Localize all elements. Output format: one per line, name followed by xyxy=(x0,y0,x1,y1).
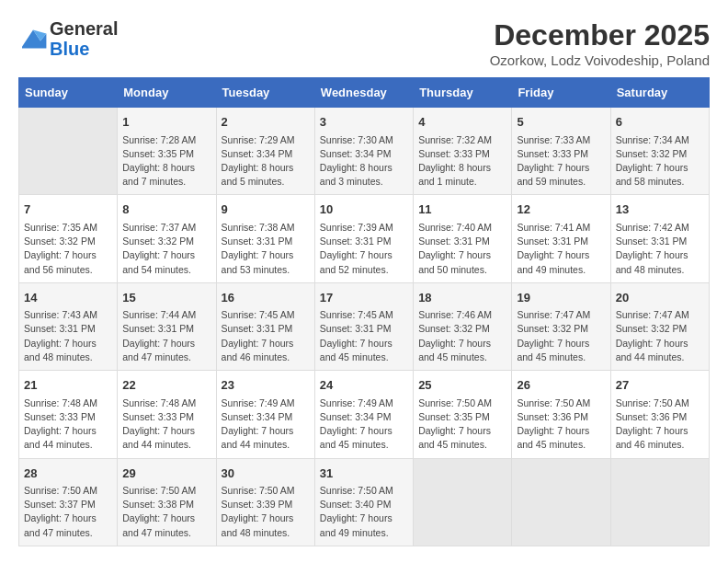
day-info: Sunrise: 7:49 AM Sunset: 3:34 PM Dayligh… xyxy=(222,396,310,453)
day-info: Sunrise: 7:47 AM Sunset: 3:32 PM Dayligh… xyxy=(616,308,704,364)
logo-general-text: General xyxy=(50,18,118,39)
calendar-cell: 24Sunrise: 7:49 AM Sunset: 3:34 PM Dayli… xyxy=(314,371,413,458)
day-number: 23 xyxy=(222,376,310,395)
calendar-cell: 14Sunrise: 7:43 AM Sunset: 3:31 PM Dayli… xyxy=(19,282,118,370)
day-info: Sunrise: 7:41 AM Sunset: 3:31 PM Dayligh… xyxy=(517,221,605,277)
calendar-cell: 20Sunrise: 7:47 AM Sunset: 3:32 PM Dayli… xyxy=(610,282,709,370)
day-info: Sunrise: 7:30 AM Sunset: 3:34 PM Dayligh… xyxy=(320,133,408,190)
day-info: Sunrise: 7:29 AM Sunset: 3:34 PM Dayligh… xyxy=(222,133,310,190)
calendar-cell: 3Sunrise: 7:30 AM Sunset: 3:34 PM Daylig… xyxy=(314,108,413,195)
day-number: 6 xyxy=(616,113,704,132)
calendar-cell: 1Sunrise: 7:28 AM Sunset: 3:35 PM Daylig… xyxy=(118,108,216,195)
calendar-cell: 27Sunrise: 7:50 AM Sunset: 3:36 PM Dayli… xyxy=(610,371,709,458)
day-number: 31 xyxy=(320,465,408,483)
calendar-cell: 25Sunrise: 7:50 AM Sunset: 3:35 PM Dayli… xyxy=(414,371,512,458)
header-friday: Friday xyxy=(512,78,610,108)
calendar-cell: 22Sunrise: 7:48 AM Sunset: 3:33 PM Dayli… xyxy=(118,371,216,458)
calendar-cell: 17Sunrise: 7:45 AM Sunset: 3:31 PM Dayli… xyxy=(314,282,413,370)
day-number: 18 xyxy=(418,289,506,307)
calendar-subtitle: Ozorkow, Lodz Voivodeship, Poland xyxy=(490,52,710,68)
day-info: Sunrise: 7:50 AM Sunset: 3:35 PM Dayligh… xyxy=(418,396,506,453)
day-info: Sunrise: 7:48 AM Sunset: 3:33 PM Dayligh… xyxy=(122,396,210,453)
day-info: Sunrise: 7:45 AM Sunset: 3:31 PM Dayligh… xyxy=(222,308,310,364)
day-info: Sunrise: 7:33 AM Sunset: 3:33 PM Dayligh… xyxy=(517,133,605,190)
title-block: December 2025 Ozorkow, Lodz Voivodeship,… xyxy=(490,18,710,68)
day-number: 15 xyxy=(122,289,210,307)
day-number: 11 xyxy=(418,201,506,219)
day-number: 20 xyxy=(616,289,704,307)
day-info: Sunrise: 7:50 AM Sunset: 3:36 PM Dayligh… xyxy=(616,396,704,453)
calendar-cell: 5Sunrise: 7:33 AM Sunset: 3:33 PM Daylig… xyxy=(512,108,610,195)
day-number: 27 xyxy=(616,376,704,395)
day-number: 25 xyxy=(418,376,506,395)
day-number: 13 xyxy=(616,201,704,219)
day-number: 29 xyxy=(122,465,210,483)
calendar-cell: 12Sunrise: 7:41 AM Sunset: 3:31 PM Dayli… xyxy=(512,195,610,282)
calendar-cell: 31Sunrise: 7:50 AM Sunset: 3:40 PM Dayli… xyxy=(314,458,413,546)
calendar-cell: 4Sunrise: 7:32 AM Sunset: 3:33 PM Daylig… xyxy=(414,108,512,195)
day-info: Sunrise: 7:37 AM Sunset: 3:32 PM Dayligh… xyxy=(122,221,210,277)
day-number: 5 xyxy=(517,113,605,132)
header-tuesday: Tuesday xyxy=(216,78,314,108)
day-info: Sunrise: 7:50 AM Sunset: 3:36 PM Dayligh… xyxy=(517,396,605,453)
calendar-cell: 26Sunrise: 7:50 AM Sunset: 3:36 PM Dayli… xyxy=(512,371,610,458)
day-number: 9 xyxy=(222,201,310,219)
calendar-week-4: 21Sunrise: 7:48 AM Sunset: 3:33 PM Dayli… xyxy=(19,371,710,458)
calendar-cell: 15Sunrise: 7:44 AM Sunset: 3:31 PM Dayli… xyxy=(118,282,216,370)
header-monday: Monday xyxy=(118,78,216,108)
day-info: Sunrise: 7:40 AM Sunset: 3:31 PM Dayligh… xyxy=(418,221,506,277)
day-info: Sunrise: 7:43 AM Sunset: 3:31 PM Dayligh… xyxy=(24,308,112,364)
calendar-cell: 19Sunrise: 7:47 AM Sunset: 3:32 PM Dayli… xyxy=(512,282,610,370)
day-number: 2 xyxy=(222,113,310,132)
day-info: Sunrise: 7:50 AM Sunset: 3:37 PM Dayligh… xyxy=(24,484,112,540)
day-number: 12 xyxy=(517,201,605,219)
day-info: Sunrise: 7:50 AM Sunset: 3:39 PM Dayligh… xyxy=(222,484,310,540)
calendar-header: SundayMondayTuesdayWednesdayThursdayFrid… xyxy=(19,78,710,108)
calendar-cell: 18Sunrise: 7:46 AM Sunset: 3:32 PM Dayli… xyxy=(414,282,512,370)
day-number: 7 xyxy=(24,201,112,219)
page-header: General Blue December 2025 Ozorkow, Lodz… xyxy=(18,18,710,68)
day-number: 4 xyxy=(418,113,506,132)
day-info: Sunrise: 7:50 AM Sunset: 3:38 PM Dayligh… xyxy=(122,484,210,540)
day-info: Sunrise: 7:34 AM Sunset: 3:32 PM Dayligh… xyxy=(616,133,704,190)
day-info: Sunrise: 7:46 AM Sunset: 3:32 PM Dayligh… xyxy=(418,308,506,364)
calendar-cell: 10Sunrise: 7:39 AM Sunset: 3:31 PM Dayli… xyxy=(314,195,413,282)
day-number: 22 xyxy=(122,376,210,395)
header-wednesday: Wednesday xyxy=(314,78,413,108)
calendar-cell: 13Sunrise: 7:42 AM Sunset: 3:31 PM Dayli… xyxy=(610,195,709,282)
calendar-cell: 11Sunrise: 7:40 AM Sunset: 3:31 PM Dayli… xyxy=(414,195,512,282)
day-info: Sunrise: 7:44 AM Sunset: 3:31 PM Dayligh… xyxy=(122,308,210,364)
day-number: 21 xyxy=(24,376,112,395)
day-info: Sunrise: 7:50 AM Sunset: 3:40 PM Dayligh… xyxy=(320,484,408,540)
calendar-cell: 28Sunrise: 7:50 AM Sunset: 3:37 PM Dayli… xyxy=(19,458,118,546)
day-info: Sunrise: 7:49 AM Sunset: 3:34 PM Dayligh… xyxy=(320,396,408,453)
day-number: 28 xyxy=(24,465,112,483)
day-number: 19 xyxy=(517,289,605,307)
day-number: 17 xyxy=(320,289,408,307)
calendar-week-5: 28Sunrise: 7:50 AM Sunset: 3:37 PM Dayli… xyxy=(19,458,710,546)
day-info: Sunrise: 7:45 AM Sunset: 3:31 PM Dayligh… xyxy=(320,308,408,364)
calendar-cell: 30Sunrise: 7:50 AM Sunset: 3:39 PM Dayli… xyxy=(216,458,314,546)
day-info: Sunrise: 7:28 AM Sunset: 3:35 PM Dayligh… xyxy=(122,133,210,190)
day-number: 1 xyxy=(122,113,210,132)
header-sunday: Sunday xyxy=(19,78,118,108)
calendar-week-1: 1Sunrise: 7:28 AM Sunset: 3:35 PM Daylig… xyxy=(19,108,710,195)
day-info: Sunrise: 7:32 AM Sunset: 3:33 PM Dayligh… xyxy=(418,133,506,190)
calendar-table: SundayMondayTuesdayWednesdayThursdayFrid… xyxy=(18,77,710,546)
header-thursday: Thursday xyxy=(414,78,512,108)
calendar-cell xyxy=(512,458,610,546)
calendar-cell xyxy=(19,108,118,195)
header-saturday: Saturday xyxy=(610,78,709,108)
day-number: 24 xyxy=(320,376,408,395)
calendar-title: December 2025 xyxy=(490,18,710,52)
day-number: 10 xyxy=(320,201,408,219)
day-number: 8 xyxy=(122,201,210,219)
calendar-cell: 21Sunrise: 7:48 AM Sunset: 3:33 PM Dayli… xyxy=(19,371,118,458)
calendar-week-2: 7Sunrise: 7:35 AM Sunset: 3:32 PM Daylig… xyxy=(19,195,710,282)
calendar-cell: 9Sunrise: 7:38 AM Sunset: 3:31 PM Daylig… xyxy=(216,195,314,282)
calendar-cell: 16Sunrise: 7:45 AM Sunset: 3:31 PM Dayli… xyxy=(216,282,314,370)
day-info: Sunrise: 7:48 AM Sunset: 3:33 PM Dayligh… xyxy=(24,396,112,453)
day-number: 16 xyxy=(222,289,310,307)
logo-blue-text: Blue xyxy=(50,39,118,59)
calendar-cell xyxy=(414,458,512,546)
